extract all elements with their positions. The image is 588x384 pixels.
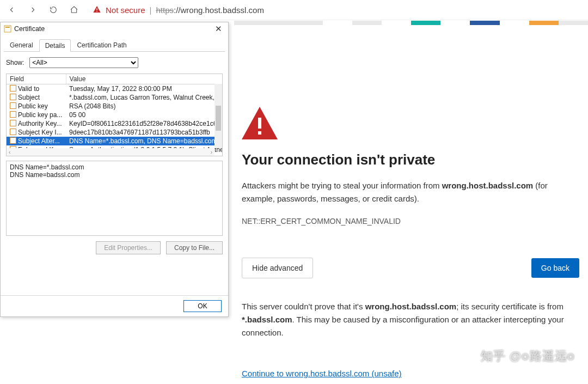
home-button[interactable] — [66, 2, 82, 17]
svg-rect-1 — [96, 11, 97, 11]
horizontal-scrollbar[interactable]: ‹› — [7, 148, 215, 156]
certificate-dialog: Certificate ✕ General Details Certificat… — [0, 22, 229, 317]
svg-rect-0 — [96, 8, 97, 10]
refresh-button[interactable] — [46, 2, 61, 17]
certificate-icon — [4, 25, 11, 33]
error-description: Attackers might be trying to steal your … — [242, 179, 579, 205]
forward-button[interactable] — [25, 2, 40, 17]
hide-advanced-button[interactable]: Hide advanced — [242, 258, 313, 278]
value-detail-pane[interactable]: DNS Name=*.badssl.com DNS Name=badssl.co… — [6, 161, 223, 236]
show-label: Show: — [6, 59, 24, 66]
svg-rect-4 — [4, 26, 11, 32]
tab-details[interactable]: Details — [39, 39, 71, 52]
warning-triangle-icon — [93, 5, 101, 15]
table-row[interactable]: Subject*.badssl.com, Lucas Garron Torres… — [7, 93, 223, 102]
svg-rect-5 — [5, 27, 10, 28]
vertical-scrollbar[interactable] — [215, 84, 222, 148]
back-button[interactable] — [4, 2, 20, 17]
ok-button[interactable]: OK — [183, 300, 222, 312]
address-bar[interactable]: Not secure | https://wrong.host.badssl.c… — [87, 2, 584, 17]
table-row[interactable]: Public keyRSA (2048 Bits) — [7, 102, 223, 111]
error-heading: Your connection isn't private — [242, 151, 579, 168]
column-value[interactable]: Value — [66, 74, 223, 84]
tab-cert-path[interactable]: Certification Path — [71, 39, 132, 51]
go-back-button[interactable]: Go back — [531, 258, 579, 278]
table-row[interactable]: Valid toTuesday, May 17, 2022 8:00:00 PM — [7, 84, 223, 94]
edit-properties-button: Edit Properties... — [96, 241, 161, 254]
field-value-grid[interactable]: Field Value Valid toTuesday, May 17, 202… — [6, 74, 223, 156]
close-icon[interactable]: ✕ — [212, 24, 225, 34]
dialog-title: Certificate — [14, 25, 45, 33]
url-display: https://wrong.host.badssl.com — [156, 5, 264, 15]
svg-rect-3 — [258, 131, 261, 135]
warning-triangle-icon — [242, 107, 278, 139]
not-secure-label: Not secure — [106, 5, 145, 15]
error-detail: This server couldn't prove that it's wro… — [242, 300, 579, 339]
continue-unsafe-link[interactable]: Continue to wrong.host.badssl.com (unsaf… — [242, 369, 402, 378]
table-row[interactable]: Public key pa...05 00 — [7, 111, 223, 119]
table-row[interactable]: Subject Key I...9deec17b810b3a476971187d… — [7, 128, 223, 137]
table-row[interactable]: Subject Alter...DNS Name=*.badssl.com, D… — [7, 137, 223, 145]
copy-to-file-button[interactable]: Copy to File... — [166, 241, 223, 254]
decorative-stripe — [234, 21, 588, 26]
error-code: NET::ERR_CERT_COMMON_NAME_INVALID — [242, 215, 579, 227]
column-field[interactable]: Field — [7, 74, 66, 84]
svg-rect-2 — [258, 118, 261, 129]
separator: | — [150, 5, 152, 15]
tab-general[interactable]: General — [4, 39, 39, 51]
table-row[interactable]: Authority Key...KeyID=0f80611c823161d52f… — [7, 119, 223, 128]
show-select[interactable]: <All> — [29, 57, 138, 68]
watermark: 知乎 @o路遥远o — [481, 348, 575, 364]
